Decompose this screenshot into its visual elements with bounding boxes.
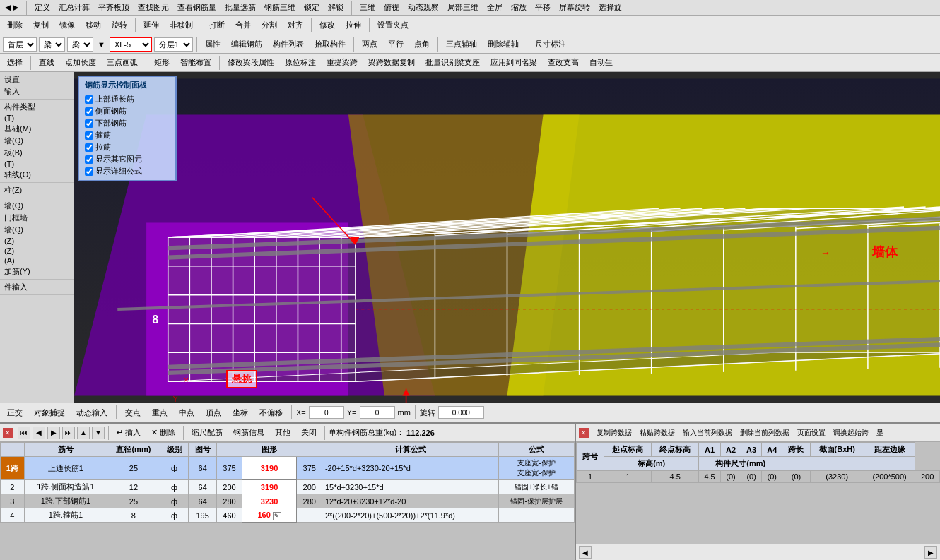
btn-edit-rebar[interactable]: 编辑钢筋: [227, 37, 266, 52]
sidebar-item-foundation-M[interactable]: 基础(M): [3, 123, 71, 135]
table-row[interactable]: 2 1跨.侧面构造筋1 12 ф 64 200 3190 200 15*d+32…: [1, 480, 575, 494]
type-select2[interactable]: 梁: [67, 37, 93, 52]
btn-move[interactable]: 移动: [81, 18, 105, 32]
span-table-row[interactable]: 1 1 4.5 4.5 (0) (0) (0) (0) (3230) (200*…: [577, 471, 940, 483]
toolbar-rebar-3d[interactable]: 钢筋三维: [262, 1, 298, 13]
btn-others[interactable]: 其他: [271, 425, 295, 440]
btn-pt-len[interactable]: 点加长度: [61, 55, 100, 70]
btn-insert[interactable]: ↵ 插入: [112, 425, 145, 440]
btn-break[interactable]: 打断: [205, 18, 229, 32]
sidebar-item-T[interactable]: (T): [3, 113, 71, 123]
sidebar-item-axis-O[interactable]: 轴线(O): [3, 169, 71, 181]
floor-select[interactable]: 首层: [3, 37, 37, 52]
btn-check-height[interactable]: 查改支高: [544, 55, 583, 70]
cb-bottom-rebar[interactable]: 下部钢筋: [85, 117, 170, 129]
nav-prev[interactable]: ◀: [33, 427, 45, 439]
rotate-input[interactable]: [438, 406, 484, 419]
y-input[interactable]: [360, 406, 395, 419]
btn-auto-gen[interactable]: 自动生: [585, 55, 617, 70]
scroll-left[interactable]: ◀: [579, 546, 592, 559]
nav-next[interactable]: ▶: [47, 427, 60, 439]
sidebar-item-input[interactable]: 输入: [3, 85, 71, 97]
toolbar-define[interactable]: 定义: [33, 1, 52, 13]
btn-parallel[interactable]: 平行: [384, 37, 408, 52]
toolbar-select-rotate[interactable]: 选择旋: [597, 1, 624, 13]
btn-scale-rebar[interactable]: 缩尺配筋: [187, 425, 227, 440]
btn-vertex[interactable]: 顶点: [201, 405, 225, 420]
nav-first[interactable]: ⏮: [18, 427, 30, 439]
btn-in-place-note[interactable]: 原位标注: [281, 55, 320, 70]
btn-dynamic-input[interactable]: 动态输入: [72, 405, 112, 420]
btn-smart-place[interactable]: 智能布置: [176, 55, 216, 70]
sidebar-item-wall3-Q[interactable]: 墙(Q): [3, 224, 71, 236]
btn-pick-component[interactable]: 拾取构件: [310, 37, 350, 52]
btn-rotate[interactable]: 旋转: [107, 18, 131, 32]
span-panel-close[interactable]: ✕: [579, 428, 589, 438]
edit-icon[interactable]: ✎: [273, 512, 281, 520]
btn-rebar-info[interactable]: 钢筋信息: [229, 425, 269, 440]
btn-swap-span[interactable]: 调换起始跨: [830, 427, 871, 439]
toolbar-lock[interactable]: 锁定: [302, 1, 322, 13]
cb-show-others[interactable]: 显示其它图元: [85, 153, 170, 165]
btn-batch-id-support[interactable]: 批量识别梁支座: [421, 55, 484, 70]
toolbar-screen-rotate[interactable]: 屏幕旋转: [557, 1, 592, 13]
btn-extend[interactable]: 延伸: [139, 18, 163, 32]
sidebar-item-door-wall[interactable]: 门框墙: [3, 212, 71, 224]
sidebar-item-wall2-Q[interactable]: 墙(Q): [3, 200, 71, 212]
cb-top-rebar[interactable]: 上部通长筋: [85, 93, 170, 105]
sidebar-item-Z3[interactable]: (Z): [3, 246, 71, 256]
btn-no-offset[interactable]: 不偏移: [255, 405, 287, 420]
cb-tie-rebar[interactable]: 拉筋: [85, 141, 170, 153]
toolbar-pan[interactable]: 平移: [533, 1, 553, 13]
toolbar-top-view[interactable]: 俯视: [382, 1, 401, 13]
nav-up[interactable]: ▲: [77, 427, 90, 439]
btn-stretch[interactable]: 拉伸: [341, 18, 365, 32]
btn-line[interactable]: 直线: [35, 55, 59, 70]
cb-show-formula[interactable]: 显示详细公式: [85, 165, 170, 177]
sidebar-item-column-Z[interactable]: 柱(Z): [3, 184, 71, 196]
btn-align[interactable]: 对齐: [283, 18, 307, 32]
toolbar-back[interactable]: ◀ ▶: [3, 2, 20, 13]
btn-ortho[interactable]: 正交: [3, 405, 27, 420]
toolbar-view-rebar[interactable]: 查看钢筋量: [175, 1, 218, 13]
btn-del-col[interactable]: 删除当前列数据: [737, 427, 792, 439]
btn-delete[interactable]: 删除: [3, 18, 27, 32]
btn-copy-span[interactable]: 复制跨数据: [594, 427, 635, 439]
toolbar-align[interactable]: 平齐板顶: [96, 1, 131, 13]
table-row[interactable]: 4 1跨.箍筋1 8 ф 195 460 160 ✎ 2*((200-2*20)…: [1, 508, 575, 523]
beam-id-select[interactable]: XL-5: [110, 37, 152, 52]
sidebar-item-wall-Q[interactable]: 墙(Q): [3, 135, 71, 147]
btn-re-beam-span[interactable]: 重提梁跨: [322, 55, 362, 70]
sidebar-item-add-rebar-Y[interactable]: 加筋(Y): [3, 266, 71, 278]
btn-two-point[interactable]: 两点: [358, 37, 382, 52]
btn-mirror[interactable]: 镜像: [55, 18, 79, 32]
btn-midpoint[interactable]: 中点: [175, 405, 199, 420]
btn-paste-span[interactable]: 粘贴跨数据: [637, 427, 678, 439]
btn-apply-same-name[interactable]: 应用到同名梁: [486, 55, 541, 70]
btn-set-grip[interactable]: 设置夹点: [373, 18, 413, 32]
btn-3pt-arc[interactable]: 三点画弧: [102, 55, 142, 70]
viewport[interactable]: 钢筋显示控制面板 上部通长筋 侧面钢筋 下部钢筋 箍筋 拉筋 显示其它图元 显示…: [74, 72, 940, 403]
btn-intersection[interactable]: 交点: [121, 405, 145, 420]
table-row[interactable]: 1跨 上通长筋1 25 ф 64 375 3190 375 -20+15*d+3…: [1, 457, 575, 480]
toolbar-partial-3d[interactable]: 局部三维: [445, 1, 481, 13]
sidebar-item-A[interactable]: (A): [3, 256, 71, 266]
toolbar-zoom[interactable]: 缩放: [509, 1, 529, 13]
x-input[interactable]: [309, 406, 344, 419]
btn-point-angle[interactable]: 点角: [410, 37, 434, 52]
toolbar-fullscreen[interactable]: 全屏: [485, 1, 505, 13]
nav-last[interactable]: ⏭: [62, 427, 75, 439]
nav-down[interactable]: ▼: [92, 427, 105, 439]
btn-copy[interactable]: 复制: [29, 18, 53, 32]
btn-copy-span-data[interactable]: 梁跨数据复制: [364, 55, 419, 70]
toolbar-unlock[interactable]: 解锁: [326, 1, 346, 13]
btn-select[interactable]: 选择: [3, 55, 27, 70]
btn-property[interactable]: 属性: [201, 37, 225, 52]
btn-midpoint-key[interactable]: 重点: [148, 405, 172, 420]
btn-show[interactable]: 显: [874, 427, 886, 439]
sidebar-item-Z2[interactable]: (Z): [3, 236, 71, 246]
toolbar-batch-select[interactable]: 批量选筋: [223, 1, 258, 13]
btn-snap[interactable]: 对象捕捉: [30, 405, 69, 420]
btn-not-move[interactable]: 非移制: [165, 18, 197, 32]
layer-select[interactable]: 分层1: [154, 37, 193, 52]
